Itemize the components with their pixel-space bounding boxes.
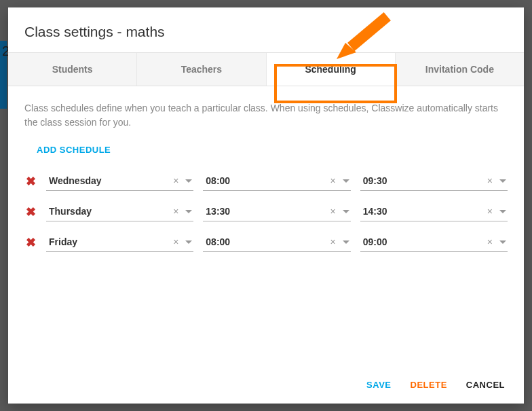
- tab-scheduling[interactable]: Scheduling: [267, 53, 396, 86]
- add-schedule-button[interactable]: ADD SCHEDULE: [37, 145, 508, 155]
- chevron-down-icon[interactable]: [343, 210, 349, 213]
- end-time-value: 09:30: [363, 175, 480, 186]
- modal-footer: SAVE DELETE CANCEL: [8, 366, 524, 404]
- end-time-value: 14:30: [363, 206, 480, 217]
- remove-icon[interactable]: ✖: [24, 235, 37, 250]
- start-time-value: 13:30: [206, 206, 323, 217]
- clear-icon[interactable]: ×: [484, 206, 495, 217]
- modal-header: Class settings - maths: [8, 7, 524, 52]
- end-time-select[interactable]: 09:00 ×: [360, 232, 508, 252]
- chevron-down-icon[interactable]: [185, 240, 192, 244]
- chevron-down-icon[interactable]: [499, 179, 506, 183]
- chevron-down-icon[interactable]: [499, 210, 506, 213]
- delete-button[interactable]: DELETE: [411, 380, 447, 390]
- tab-label: Invitation Code: [425, 64, 494, 75]
- clear-icon[interactable]: ×: [327, 206, 338, 217]
- remove-icon[interactable]: ✖: [24, 204, 37, 219]
- day-value: Thursday: [49, 206, 166, 217]
- start-time-select[interactable]: 08:00 ×: [203, 232, 350, 252]
- start-time-select[interactable]: 13:30 ×: [203, 202, 350, 221]
- save-button[interactable]: SAVE: [366, 380, 391, 390]
- day-select[interactable]: Friday ×: [46, 232, 193, 252]
- chevron-down-icon[interactable]: [185, 179, 192, 183]
- schedule-row: ✖ Friday × 08:00 × 09:00 ×: [24, 232, 508, 252]
- scheduling-description: Class schedules define when you teach a …: [24, 101, 508, 130]
- cancel-button[interactable]: CANCEL: [466, 380, 505, 390]
- chevron-down-icon[interactable]: [499, 240, 506, 244]
- chevron-down-icon[interactable]: [343, 179, 349, 183]
- schedule-row: ✖ Thursday × 13:30 × 14:30 ×: [24, 202, 508, 221]
- tab-teachers[interactable]: Teachers: [137, 53, 266, 86]
- remove-icon[interactable]: ✖: [24, 174, 37, 189]
- clear-icon[interactable]: ×: [170, 175, 181, 186]
- tab-label: Students: [52, 64, 93, 75]
- end-time-select[interactable]: 09:30 ×: [360, 171, 508, 191]
- tab-invitation-code[interactable]: Invitation Code: [396, 53, 524, 86]
- day-select[interactable]: Wednesday ×: [46, 171, 193, 191]
- tab-students[interactable]: Students: [8, 53, 137, 86]
- clear-icon[interactable]: ×: [484, 236, 495, 247]
- tab-bar: Students Teachers Scheduling Invitation …: [8, 52, 524, 86]
- end-time-select[interactable]: 14:30 ×: [360, 202, 508, 221]
- clear-icon[interactable]: ×: [170, 206, 181, 217]
- page-title: Class settings - maths: [24, 24, 508, 40]
- day-value: Wednesday: [49, 175, 166, 186]
- clear-icon[interactable]: ×: [327, 175, 338, 186]
- start-time-value: 08:00: [206, 175, 323, 186]
- clear-icon[interactable]: ×: [170, 236, 181, 247]
- tab-label: Scheduling: [305, 64, 356, 75]
- tab-label: Teachers: [181, 64, 222, 75]
- class-settings-modal: Class settings - maths Students Teachers…: [8, 7, 524, 404]
- chevron-down-icon[interactable]: [185, 210, 192, 213]
- scheduling-panel: Class schedules define when you teach a …: [8, 86, 524, 366]
- day-select[interactable]: Thursday ×: [46, 202, 193, 221]
- chevron-down-icon[interactable]: [343, 240, 349, 244]
- start-time-select[interactable]: 08:00 ×: [203, 171, 350, 191]
- clear-icon[interactable]: ×: [484, 175, 495, 186]
- day-value: Friday: [49, 236, 166, 247]
- start-time-value: 08:00: [206, 236, 323, 247]
- schedule-row: ✖ Wednesday × 08:00 × 09:30 ×: [24, 171, 508, 191]
- end-time-value: 09:00: [363, 236, 480, 247]
- clear-icon[interactable]: ×: [327, 236, 338, 247]
